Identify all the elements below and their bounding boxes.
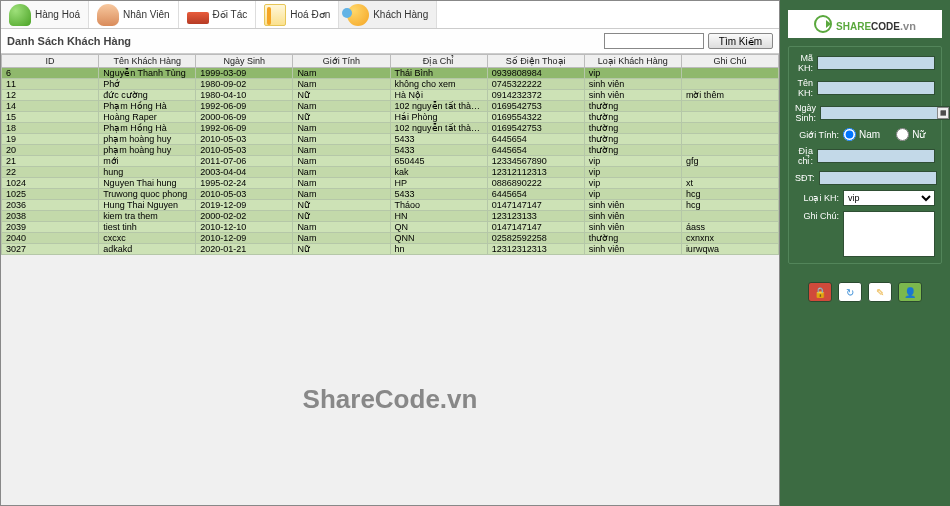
column-header[interactable]: Ghi Chú [681, 55, 778, 68]
radio-nam[interactable]: Nam [843, 128, 880, 141]
cell: 1024 [2, 178, 99, 189]
column-header[interactable]: Giới Tính [293, 55, 390, 68]
customers-table[interactable]: IDTên Khách HàngNgày SinhGiới TínhĐịa Ch… [1, 54, 779, 255]
pencil-icon: ✎ [876, 287, 884, 298]
radio-nu[interactable]: Nữ [896, 128, 925, 141]
column-header[interactable]: Tên Khách Hàng [99, 55, 196, 68]
table-row[interactable]: 6Nguyễn Thanh Tùng1999-03-09NamThái Bình… [2, 68, 779, 79]
cell: Nam [293, 101, 390, 112]
column-header[interactable]: ID [2, 55, 99, 68]
top-toolbar: Hàng Hoá Nhân Viên Đối Tác Hoá Đơn Khách… [1, 1, 779, 29]
cell: Nam [293, 123, 390, 134]
logo-text-2: CODE [871, 21, 900, 32]
cell: 1025 [2, 189, 99, 200]
label-sdt: SĐT: [795, 173, 815, 183]
cell: sinh viên [584, 244, 681, 255]
tab-nhan-vien[interactable]: Nhân Viên [89, 1, 179, 28]
cell: hn [390, 244, 487, 255]
input-diachi[interactable] [817, 149, 935, 163]
table-row[interactable]: 1025Truwong quoc phong2010-05-03Nam54336… [2, 189, 779, 200]
cell: adkakd [99, 244, 196, 255]
cell: 650445 [390, 156, 487, 167]
table-row[interactable]: 11Phở1980-09-02Namkhông cho xem074532222… [2, 79, 779, 90]
cell: 5433 [390, 145, 487, 156]
cell: 0147147147 [487, 222, 584, 233]
cell: 6445654 [487, 145, 584, 156]
cell: 12312312313 [487, 244, 584, 255]
cell: phạm hoàng huy [99, 145, 196, 156]
refresh-button[interactable]: ↻ [838, 282, 862, 302]
cell: hcg [681, 189, 778, 200]
search-button[interactable]: Tìm Kiếm [708, 33, 773, 49]
cell: Nguyễn Thanh Tùng [99, 68, 196, 79]
cell: HP [390, 178, 487, 189]
table-row[interactable]: 15Hoàng Raper2000-06-09NữHải Phòng016955… [2, 112, 779, 123]
calendar-icon[interactable]: ▦ [937, 107, 949, 119]
table-area: IDTên Khách HàngNgày SinhGiới TínhĐịa Ch… [1, 54, 779, 505]
subheader: Danh Sách Khách Hàng Tìm Kiếm [1, 29, 779, 54]
tab-hoa-don[interactable]: Hoá Đơn [256, 1, 339, 28]
column-header[interactable]: Ngày Sinh [196, 55, 293, 68]
cell: Phở [99, 79, 196, 90]
cell: HN [390, 211, 487, 222]
page-title: Danh Sách Khách Hàng [7, 35, 131, 47]
label-ngaysinh: Ngày Sinh: [795, 103, 816, 123]
cell: 20 [2, 145, 99, 156]
input-ghichu[interactable] [843, 211, 935, 257]
input-makh[interactable] [817, 56, 935, 70]
table-row[interactable]: 21mới2011-07-06Nam65044512334567890vipgf… [2, 156, 779, 167]
edit-button[interactable]: ✎ [868, 282, 892, 302]
cell: 3027 [2, 244, 99, 255]
cell: thường [584, 233, 681, 244]
tab-label: Đối Tác [213, 9, 248, 20]
cell: 123123133 [487, 211, 584, 222]
column-header[interactable]: Địa Chỉ [390, 55, 487, 68]
label-makh: Mã KH: [795, 53, 813, 73]
cell: QNN [390, 233, 487, 244]
table-row[interactable]: 12đức cường1980-04-10NữHà Nội0914232372s… [2, 90, 779, 101]
input-sdt[interactable] [819, 171, 937, 185]
logo-icon [814, 15, 832, 33]
cell [681, 123, 778, 134]
cell: 2010-12-09 [196, 233, 293, 244]
table-row[interactable]: 20phạm hoàng huy2010-05-03Nam54336445654… [2, 145, 779, 156]
table-row[interactable]: 18Phạm Hồng Hà1992-06-09Nam102 nguyễn tấ… [2, 123, 779, 134]
select-loaikh[interactable]: vip [843, 190, 935, 206]
cell: vip [584, 167, 681, 178]
table-row[interactable]: 3027adkakd2020-01-21Nữhn12312312313sinh … [2, 244, 779, 255]
cell: hcg [681, 200, 778, 211]
input-ngaysinh[interactable] [820, 106, 950, 120]
table-row[interactable]: 1024Nguyen Thai hung1995-02-24NamHP08868… [2, 178, 779, 189]
cell: 12 [2, 90, 99, 101]
cell: tiest tinh [99, 222, 196, 233]
column-header[interactable]: Loại Khách Hàng [584, 55, 681, 68]
cell: thường [584, 123, 681, 134]
tab-khach-hang[interactable]: Khách Hàng [339, 1, 437, 28]
cell: 5433 [390, 189, 487, 200]
table-row[interactable]: 22hung2003-04-04Namkak12312112313vip [2, 167, 779, 178]
table-row[interactable]: 2040cxcxc2010-12-09NamQNN02582592258thườ… [2, 233, 779, 244]
table-row[interactable]: 19phạm hoàng huy2010-05-03Nam54336445654… [2, 134, 779, 145]
customers-icon [347, 4, 369, 26]
table-row[interactable]: 14Phạm Hồng Hà1992-06-09Nam102 nguyễn tấ… [2, 101, 779, 112]
cell: 0745322222 [487, 79, 584, 90]
cell: 0886890222 [487, 178, 584, 189]
table-row[interactable]: 2039tiest tinh2010-12-10NamQN0147147147s… [2, 222, 779, 233]
add-button[interactable]: 👤 [898, 282, 922, 302]
column-header[interactable]: Số Điện Thoại [487, 55, 584, 68]
cell: 102 nguyễn tất thành-TP buôn M… [390, 101, 487, 112]
table-row[interactable]: 2036Hung Thai Nguyen2019-12-09NữTháoo014… [2, 200, 779, 211]
cell: vip [584, 178, 681, 189]
logo-text-3: .vn [900, 20, 916, 32]
refresh-icon: ↻ [846, 287, 854, 298]
search-input[interactable] [604, 33, 704, 49]
tab-doi-tac[interactable]: Đối Tác [179, 1, 257, 28]
cell: 22 [2, 167, 99, 178]
cell: xt [681, 178, 778, 189]
delete-button[interactable]: 🔒 [808, 282, 832, 302]
table-row[interactable]: 2038kiem tra them2000-02-02NữHN123123133… [2, 211, 779, 222]
tab-hang-hoa[interactable]: Hàng Hoá [1, 1, 89, 28]
cell: Nguyen Thai hung [99, 178, 196, 189]
input-tenkh[interactable] [817, 81, 935, 95]
cell: 12312112313 [487, 167, 584, 178]
